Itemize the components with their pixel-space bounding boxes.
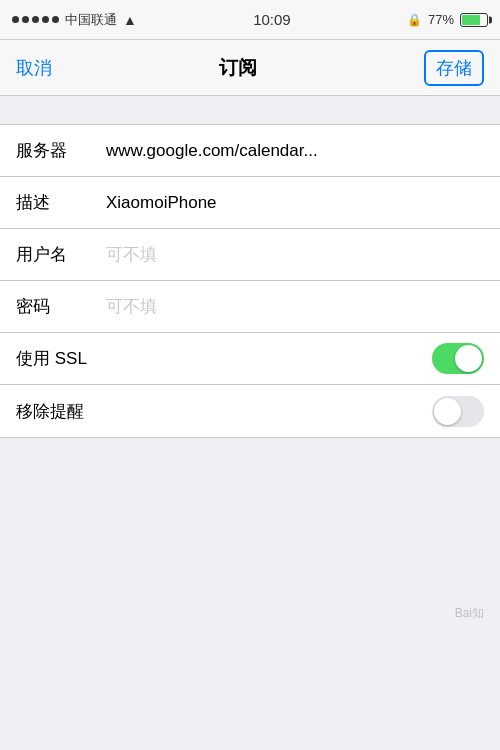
server-row: 服务器 www.google.com/calendar... <box>0 125 500 177</box>
cancel-button[interactable]: 取消 <box>16 56 52 80</box>
description-value[interactable]: XiaomoiPhone <box>106 193 484 213</box>
carrier-label: 中国联通 <box>65 11 117 29</box>
password-row: 密码 可不填 <box>0 281 500 333</box>
password-input[interactable]: 可不填 <box>106 295 157 318</box>
ssl-toggle-knob <box>455 345 482 372</box>
username-input[interactable]: 可不填 <box>106 243 157 266</box>
status-left: 中国联通 ▲ <box>12 11 137 29</box>
username-label: 用户名 <box>16 243 106 266</box>
reminder-label: 移除提醒 <box>16 400 106 423</box>
ssl-toggle[interactable] <box>432 343 484 374</box>
status-bar: 中国联通 ▲ 10:09 🔒 77% <box>0 0 500 40</box>
bottom-area: Bai知 <box>0 438 500 638</box>
nav-bar: 取消 订阅 存储 <box>0 40 500 96</box>
reminder-toggle-knob <box>434 398 461 425</box>
description-row: 描述 XiaomoiPhone <box>0 177 500 229</box>
battery-percent: 77% <box>428 12 454 27</box>
form-section: 服务器 www.google.com/calendar... 描述 Xiaomo… <box>0 124 500 438</box>
watermark: Bai知 <box>455 605 484 622</box>
reminder-row: 移除提醒 <box>0 385 500 437</box>
wifi-icon: ▲ <box>123 12 137 28</box>
lock-icon: 🔒 <box>407 13 422 27</box>
ssl-toggle-container <box>432 343 484 374</box>
signal-icon <box>12 16 59 23</box>
description-label: 描述 <box>16 191 106 214</box>
battery-icon <box>460 13 488 27</box>
server-value[interactable]: www.google.com/calendar... <box>106 141 484 161</box>
username-row: 用户名 可不填 <box>0 229 500 281</box>
clock: 10:09 <box>253 11 291 28</box>
password-label: 密码 <box>16 295 106 318</box>
ssl-label: 使用 SSL <box>16 347 106 370</box>
reminder-toggle-container <box>432 396 484 427</box>
ssl-row: 使用 SSL <box>0 333 500 385</box>
battery-fill <box>462 15 480 25</box>
save-button[interactable]: 存储 <box>424 50 484 86</box>
page-title: 订阅 <box>219 55 257 81</box>
reminder-toggle[interactable] <box>432 396 484 427</box>
status-right: 🔒 77% <box>407 12 488 27</box>
section-gap <box>0 96 500 124</box>
server-label: 服务器 <box>16 139 106 162</box>
